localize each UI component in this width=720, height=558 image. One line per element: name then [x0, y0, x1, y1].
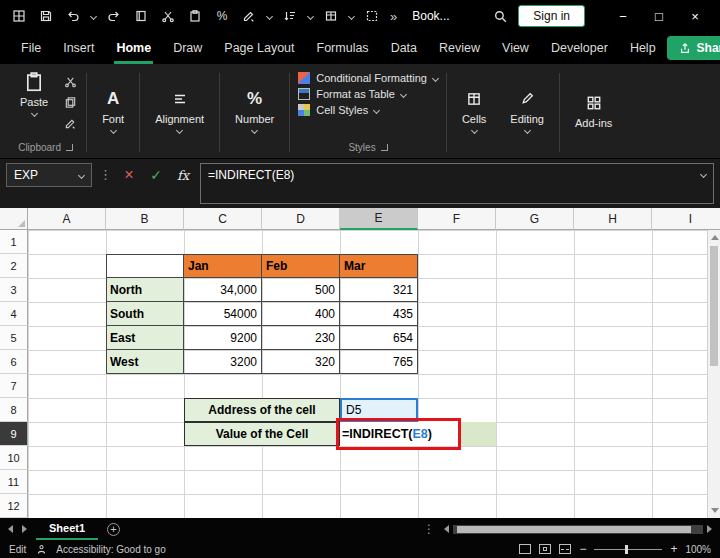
row-header-6[interactable]: 6 [0, 350, 28, 374]
column-header-H[interactable]: H [574, 208, 652, 230]
menu-tab-view[interactable]: View [491, 32, 540, 64]
cell-E8[interactable]: D5 [340, 398, 418, 422]
row-header-4[interactable]: 4 [0, 302, 28, 326]
menu-tab-page-layout[interactable]: Page Layout [213, 32, 305, 64]
cell-C5[interactable]: 9200 [184, 326, 262, 350]
menu-tab-data[interactable]: Data [380, 32, 428, 64]
next-sheet-icon[interactable] [22, 525, 27, 533]
clipboard-icon[interactable] [186, 7, 204, 25]
cell-E2[interactable]: Mar [340, 254, 418, 278]
menu-tab-home[interactable]: Home [105, 32, 162, 64]
menu-tab-draw[interactable]: Draw [162, 32, 213, 64]
styles-item-conditional-formatting[interactable]: Conditional Formatting [298, 72, 438, 84]
scroll-right-icon[interactable] [707, 525, 712, 533]
column-header-G[interactable]: G [496, 208, 574, 230]
tabbar-splitter[interactable]: ⋮ [423, 522, 435, 536]
column-header-D[interactable]: D [262, 208, 340, 230]
undo-chevron-icon[interactable] [90, 12, 97, 19]
cell-D4[interactable]: 400 [262, 302, 340, 326]
borders-icon[interactable] [363, 7, 381, 25]
cell-B6[interactable]: West [106, 350, 184, 374]
menu-tab-developer[interactable]: Developer [540, 32, 619, 64]
cut-icon[interactable] [62, 74, 78, 88]
cell-C2[interactable]: Jan [184, 254, 262, 278]
percent-style-icon[interactable]: % [213, 7, 231, 25]
cell-B5[interactable]: East [106, 326, 184, 350]
column-header-A[interactable]: A [28, 208, 106, 230]
zoom-slider-thumb[interactable] [625, 545, 628, 554]
scroll-up-icon[interactable] [711, 235, 719, 240]
zoom-level[interactable]: 100% [685, 544, 711, 555]
cell-C3[interactable]: 34,000 [184, 278, 262, 302]
cut-icon[interactable] [159, 7, 177, 25]
zoom-slider[interactable] [594, 549, 662, 550]
maximize-button[interactable]: □ [644, 3, 674, 29]
cell-E9-formula[interactable]: =INDIRECT(E8) [340, 422, 459, 446]
paint-format-icon[interactable] [240, 7, 258, 25]
name-box[interactable]: EXP [6, 163, 92, 187]
app-icon[interactable] [10, 7, 28, 25]
cell-B3[interactable]: North [106, 278, 184, 302]
cancel-icon[interactable]: × [119, 163, 139, 187]
cell-C9[interactable]: Value of the Cell [184, 422, 340, 446]
styles-item-format-as-table[interactable]: Format as Table [298, 88, 438, 100]
scroll-left-icon[interactable] [444, 525, 449, 533]
editing-button[interactable]: Editing [503, 68, 551, 156]
accessibility-status[interactable]: Accessibility: Good to go [56, 544, 166, 555]
row-header-1[interactable]: 1 [0, 230, 28, 254]
row-header-3[interactable]: 3 [0, 278, 28, 302]
close-button[interactable]: × [680, 3, 710, 29]
column-header-I[interactable]: I [652, 208, 720, 230]
cells-button[interactable]: Cells [455, 68, 493, 156]
select-all-corner[interactable] [0, 208, 28, 230]
enter-icon[interactable]: ✓ [146, 163, 166, 187]
cell-D2[interactable]: Feb [262, 254, 340, 278]
formula-bar-expand-icon[interactable] [700, 171, 707, 178]
menu-tab-help[interactable]: Help [619, 32, 667, 64]
vertical-scrollbar[interactable] [707, 230, 720, 518]
undo-icon[interactable] [64, 7, 82, 25]
horizontal-scroll-thumb[interactable] [457, 526, 691, 533]
sort-chevron-icon[interactable] [307, 12, 314, 19]
format-painter-icon[interactable] [62, 116, 78, 130]
styles-item-cell-styles[interactable]: Cell Styles [298, 104, 438, 116]
cell-D3[interactable]: 500 [262, 278, 340, 302]
table-icon[interactable] [322, 7, 340, 25]
vertical-scroll-thumb[interactable] [710, 246, 718, 366]
row-header-8[interactable]: 8 [0, 398, 28, 422]
minimize-button[interactable]: − [608, 3, 638, 29]
addins-button[interactable]: Add-ins [568, 68, 619, 156]
cell-B2[interactable] [106, 254, 184, 278]
menu-tab-review[interactable]: Review [428, 32, 491, 64]
cell-layer[interactable]: =INDIRECT(E8) JanFebMarNorth34,000500321… [0, 208, 720, 518]
cell-C6[interactable]: 3200 [184, 350, 262, 374]
cell-C4[interactable]: 54000 [184, 302, 262, 326]
column-header-F[interactable]: F [418, 208, 496, 230]
paste-button[interactable]: Paste [13, 68, 55, 116]
column-header-E[interactable]: E [340, 208, 418, 230]
row-header-2[interactable]: 2 [0, 254, 28, 278]
page-break-view-icon[interactable] [559, 544, 571, 554]
more-commands-icon[interactable]: » [390, 9, 397, 24]
search-icon[interactable] [491, 7, 509, 25]
menu-tab-file[interactable]: File [10, 32, 52, 64]
cell-E5[interactable]: 654 [340, 326, 418, 350]
book-icon[interactable] [132, 7, 150, 25]
cell-B4[interactable]: South [106, 302, 184, 326]
column-header-B[interactable]: B [106, 208, 184, 230]
row-header-10[interactable]: 10 [0, 446, 28, 470]
cell-E4[interactable]: 435 [340, 302, 418, 326]
clipboard-dialog-launcher-icon[interactable] [66, 144, 73, 151]
cell-D5[interactable]: 230 [262, 326, 340, 350]
row-header-11[interactable]: 11 [0, 470, 28, 494]
font-button[interactable]: A Font [95, 68, 131, 156]
row-header-7[interactable]: 7 [0, 374, 28, 398]
sign-in-button[interactable]: Sign in [518, 5, 585, 27]
row-header-5[interactable]: 5 [0, 326, 28, 350]
cell-D6[interactable]: 320 [262, 350, 340, 374]
cell-E3[interactable]: 321 [340, 278, 418, 302]
row-header-9[interactable]: 9 [0, 422, 28, 446]
cell-E6[interactable]: 765 [340, 350, 418, 374]
table-chevron-icon[interactable] [348, 12, 355, 19]
styles-dialog-launcher-icon[interactable] [381, 144, 388, 151]
